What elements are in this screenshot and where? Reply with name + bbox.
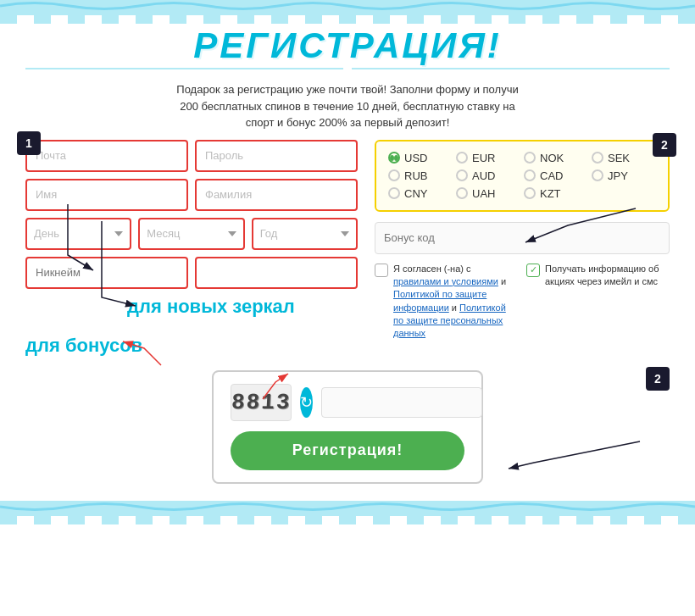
currency-cad[interactable]: CAD: [524, 169, 588, 182]
month-select[interactable]: Месяц: [138, 218, 244, 250]
title-line-left: [25, 68, 343, 69]
radio-rub: [388, 169, 400, 181]
radio-usd: [388, 152, 400, 164]
radio-eur: [456, 152, 468, 164]
password-input[interactable]: [195, 140, 358, 172]
currency-uah-label: UAH: [472, 187, 495, 200]
captcha-image: 8813: [231, 384, 292, 421]
radio-cad: [524, 169, 536, 181]
radio-cny: [388, 187, 400, 199]
currency-cny-label: CNY: [404, 187, 427, 200]
promo-checkbox-item: ✓ Получать информацию об акциях через им…: [526, 263, 670, 341]
register-button[interactable]: Регистрация!: [231, 431, 464, 470]
nickname-input[interactable]: [25, 257, 188, 289]
page-title: РЕГИСТРАЦИЯ!: [25, 25, 670, 66]
currency-eur-label: EUR: [472, 152, 495, 164]
currency-jpy-label: JPY: [608, 169, 628, 182]
annotation-bonuses: для бонусов: [25, 335, 358, 357]
currency-uah[interactable]: UAH: [456, 187, 520, 200]
last-name-input[interactable]: [195, 179, 358, 211]
currency-rub[interactable]: RUB: [388, 169, 453, 182]
currency-nok[interactable]: NOK: [524, 152, 588, 164]
currency-grid: USD EUR NOK SEK: [388, 152, 656, 200]
radio-nok: [524, 152, 536, 164]
currency-nok-label: NOK: [540, 152, 564, 164]
year-select[interactable]: Год: [252, 218, 358, 250]
terms-checkbox[interactable]: [375, 264, 388, 277]
left-form: 1 День Месяц Год: [25, 140, 358, 357]
currency-sek-label: SEK: [608, 152, 630, 164]
currency-usd-label: USD: [404, 152, 427, 164]
right-panel: 2 USD EUR NOK: [375, 140, 670, 357]
captcha-refresh-button[interactable]: ↻: [300, 387, 313, 418]
radio-jpy: [592, 169, 603, 181]
name-row: [25, 179, 358, 211]
main-content: 1 День Месяц Год: [25, 140, 670, 357]
currency-kzt[interactable]: KZT: [524, 187, 588, 200]
day-select[interactable]: День: [25, 218, 131, 250]
badge-2-bottom: 2: [646, 367, 670, 391]
radio-sek: [592, 152, 603, 164]
first-name-input[interactable]: [25, 179, 188, 211]
currency-sek[interactable]: SEK: [592, 152, 656, 164]
phone-input[interactable]: +503: [195, 257, 358, 289]
currency-jpy[interactable]: JPY: [592, 169, 656, 182]
annotation-new-mirrors: для новых зеркал: [127, 296, 358, 318]
currency-panel: 2 USD EUR NOK: [375, 140, 670, 212]
currency-rub-label: RUB: [404, 169, 427, 182]
currency-eur[interactable]: EUR: [456, 152, 520, 164]
email-input[interactable]: [25, 140, 188, 172]
terms-checkbox-item: Я согласен (-на) с правилами и условиями…: [375, 263, 518, 341]
title-line-right: [352, 68, 670, 69]
currency-aud[interactable]: AUD: [456, 169, 520, 182]
captcha-section: 8813 ↻ Регистрация!: [25, 370, 670, 484]
date-row: День Месяц Год: [25, 218, 358, 250]
nick-phone-row: +503: [25, 257, 358, 289]
badge-2-currency: 2: [653, 133, 676, 157]
email-password-row: [25, 140, 358, 172]
checkboxes-area: Я согласен (-на) с правилами и условиями…: [375, 263, 670, 341]
captcha-input[interactable]: [321, 387, 482, 418]
radio-kzt: [524, 187, 536, 199]
terms-text: Я согласен (-на) с правилами и условиями…: [393, 263, 518, 341]
description-text: Подарок за регистрацию уже почти твой! З…: [170, 81, 525, 131]
title-section: РЕГИСТРАЦИЯ!: [25, 15, 670, 75]
currency-kzt-label: KZT: [540, 187, 561, 200]
captcha-row: 8813 ↻: [231, 384, 464, 421]
currency-cad-label: CAD: [540, 169, 563, 182]
terms-link[interactable]: правилами и условиями: [393, 276, 498, 286]
radio-aud: [456, 169, 468, 181]
wave-bottom-decoration: [0, 501, 695, 516]
currency-usd[interactable]: USD: [388, 152, 453, 164]
badge-1: 1: [17, 131, 41, 155]
currency-cny[interactable]: CNY: [388, 187, 453, 200]
radio-uah: [456, 187, 468, 199]
bonus-code-input[interactable]: [375, 222, 670, 254]
captcha-box: 8813 ↻ Регистрация!: [212, 370, 483, 484]
currency-aud-label: AUD: [472, 169, 495, 182]
promo-checkbox[interactable]: ✓: [526, 264, 540, 277]
wave-top-decoration: [0, 0, 695, 15]
promo-text: Получать информацию об акциях через имей…: [545, 263, 670, 341]
